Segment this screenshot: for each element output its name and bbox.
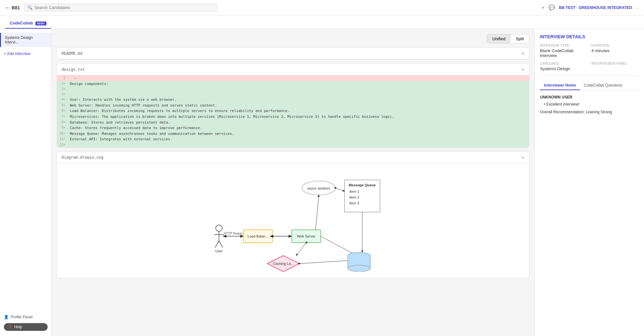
- tab-bar: CodeCollab NEW!: [0, 15, 644, 29]
- code-area-design: 1 – 1+ Design components: 2+ 3+ 4+: [57, 75, 529, 147]
- section-divider: [540, 76, 639, 76]
- tab-interviewer-notes[interactable]: Interviewer Notes: [540, 80, 580, 90]
- tab-codecollab-questions[interactable]: CodeCollab Questions: [580, 80, 626, 90]
- add-interview-label: + Add Interview: [4, 51, 30, 56]
- svg-line-3: [215, 241, 219, 247]
- file-name-readme: README.md: [62, 51, 82, 56]
- diff-line-12: 12+: [57, 142, 529, 147]
- tab-notes-label: Interviewer Notes: [544, 83, 576, 88]
- language-block: LANGUAGE Systems Design: [540, 62, 588, 71]
- svg-text:Web Server: Web Server: [297, 234, 316, 238]
- top-nav: ← B81 🔍 ▼ 💬 BB TEST · GREENHOUSE INTEGRA…: [0, 0, 644, 15]
- toggle-unified[interactable]: Unified: [487, 34, 510, 43]
- profile-icon: 👤: [4, 315, 9, 319]
- nav-right: ▼ 💬 BB TEST · GREENHOUSE INTEGRATED ⌄: [541, 5, 639, 11]
- interview-type-value: Blank CodeCollab Interview: [540, 48, 588, 58]
- user-node: User: [214, 225, 224, 253]
- duration-label: DURATION: [592, 44, 639, 47]
- note-text: Excellent interview!: [546, 102, 580, 107]
- add-interview-button[interactable]: + Add Interview: [0, 49, 51, 59]
- help-icon: ❓: [8, 325, 13, 329]
- svg-text:Item 3: Item 3: [349, 201, 359, 205]
- center-content: Unified Split README.md ∧ design.txt ∨ 1…: [52, 29, 535, 336]
- file-name-design: design.txt: [62, 67, 85, 72]
- diff-line-1-added: 1+ Design components:: [57, 81, 529, 87]
- recommendation-text: Overall Recommendation: Leaning Strong: [540, 110, 639, 114]
- diagram-svg: User HTTP Reque... Load Balan... Web Ser…: [62, 169, 524, 272]
- profile-panel-button[interactable]: 👤 Profile Panel: [4, 312, 48, 322]
- svg-line-26: [296, 243, 306, 256]
- back-arrow-icon: ←: [5, 5, 10, 11]
- file-header-diagram[interactable]: diagram.drawio.svg ∨: [57, 152, 529, 163]
- diff-line-7: 7+ Microservices: The application is bro…: [57, 114, 529, 120]
- tab-codecollab[interactable]: CodeCollab NEW!: [5, 17, 51, 29]
- svg-text:Caching La...: Caching La...: [273, 262, 294, 266]
- svg-line-4: [219, 241, 223, 247]
- tab-questions-label: CodeCollab Questions: [584, 83, 622, 88]
- file-header-design[interactable]: design.txt ∨: [57, 64, 529, 75]
- org-label[interactable]: BB TEST · GREENHOUSE INTEGRATED: [559, 5, 632, 10]
- diff-line-4: 4+ User: Interacts with the system via a…: [57, 97, 529, 103]
- toggle-split[interactable]: Split: [511, 34, 529, 43]
- org-dropdown-icon[interactable]: ⌄: [636, 5, 639, 10]
- file-section-readme: README.md ∧: [57, 47, 529, 60]
- collapse-icon-design: ∨: [521, 67, 525, 72]
- svg-line-23: [321, 236, 357, 256]
- diff-line-8: 8+ Database: Stores and retrieves persis…: [57, 120, 529, 126]
- diff-line-2: 2+: [57, 87, 529, 92]
- view-toggle: Unified Split: [57, 34, 529, 43]
- profile-panel-label: Profile Panel: [11, 315, 33, 319]
- svg-point-0: [216, 225, 222, 231]
- diff-line-10: 10+ Message Queue: Manages asynchronous …: [57, 131, 529, 137]
- language-value: Systems Design: [540, 66, 588, 71]
- sidebar-item-systems-design[interactable]: Systems Design Intervi...: [0, 33, 51, 47]
- tab-badge-new: NEW!: [35, 22, 46, 25]
- note-bullet: • Excellent interview!: [544, 102, 639, 107]
- right-panel: INTERVIEW DETAILS INTERVIEW TYPE Blank C…: [535, 29, 644, 336]
- panel-title: INTERVIEW DETAILS: [540, 34, 639, 39]
- search-icon: 🔍: [27, 5, 33, 10]
- svg-line-15: [316, 195, 319, 230]
- unknown-user-label: UNKNOWN USER: [540, 95, 639, 99]
- svg-text:Load Balan...: Load Balan...: [248, 234, 269, 238]
- left-sidebar: Systems Design Intervi... + Add Intervie…: [0, 29, 52, 336]
- svg-point-32: [348, 265, 370, 272]
- sidebar-interview-label: Systems Design Intervi...: [5, 35, 33, 44]
- back-button[interactable]: ← B81: [5, 5, 20, 11]
- svg-text:Item 2: Item 2: [349, 195, 359, 199]
- svg-text:Item 1: Item 1: [349, 190, 359, 193]
- collapse-icon-readme: ∧: [521, 51, 525, 56]
- svg-text:async workers: async workers: [308, 186, 330, 190]
- language-label: LANGUAGE: [540, 62, 588, 65]
- diff-line-9: 9+ Cache: Stores frequently accessed dat…: [57, 125, 529, 131]
- interviewer-panel-label: INTERVIEWER PANEL: [592, 62, 639, 65]
- file-section-design: design.txt ∨ 1 – 1+ Design components: 2…: [57, 63, 529, 148]
- file-name-diagram: diagram.drawio.svg: [62, 155, 103, 160]
- interview-type-label: INTERVIEW TYPE: [540, 44, 588, 47]
- search-input[interactable]: [34, 5, 213, 10]
- search-bar[interactable]: 🔍: [24, 4, 217, 12]
- duration-block: DURATION 4 minutes: [592, 44, 639, 58]
- duration-value: 4 minutes: [592, 48, 639, 53]
- note-bullet-icon: •: [544, 102, 546, 107]
- diff-line-1-removed: 1 –: [57, 75, 529, 81]
- back-label: B81: [12, 5, 20, 10]
- tab-codecollab-label: CodeCollab: [10, 21, 33, 25]
- interviewer-panel-block: INTERVIEWER PANEL: [592, 62, 639, 71]
- svg-text:HTTP Reque...: HTTP Reque...: [224, 232, 245, 235]
- svg-text:User: User: [215, 249, 223, 253]
- help-button[interactable]: ❓ Help: [4, 323, 48, 331]
- svg-line-27: [299, 260, 351, 264]
- toggle-group: Unified Split: [487, 34, 529, 43]
- dropdown-arrow-icon[interactable]: ▼: [541, 6, 545, 10]
- right-tabs: Interviewer Notes CodeCollab Questions: [540, 80, 639, 90]
- diff-line-6: 6+ Load Balancer: Distributes incoming r…: [57, 108, 529, 114]
- diff-line-3: 3+: [57, 92, 529, 97]
- svg-text:Message Queue: Message Queue: [349, 183, 376, 187]
- main-layout: Systems Design Intervi... + Add Intervie…: [0, 29, 644, 336]
- chat-icon[interactable]: 💬: [549, 5, 555, 11]
- file-header-readme[interactable]: README.md ∧: [57, 48, 529, 59]
- detail-grid: INTERVIEW TYPE Blank CodeCollab Intervie…: [540, 44, 639, 71]
- interview-type-block: INTERVIEW TYPE Blank CodeCollab Intervie…: [540, 44, 588, 58]
- diff-line-11: 11+ External API: Integrates with extern…: [57, 136, 529, 142]
